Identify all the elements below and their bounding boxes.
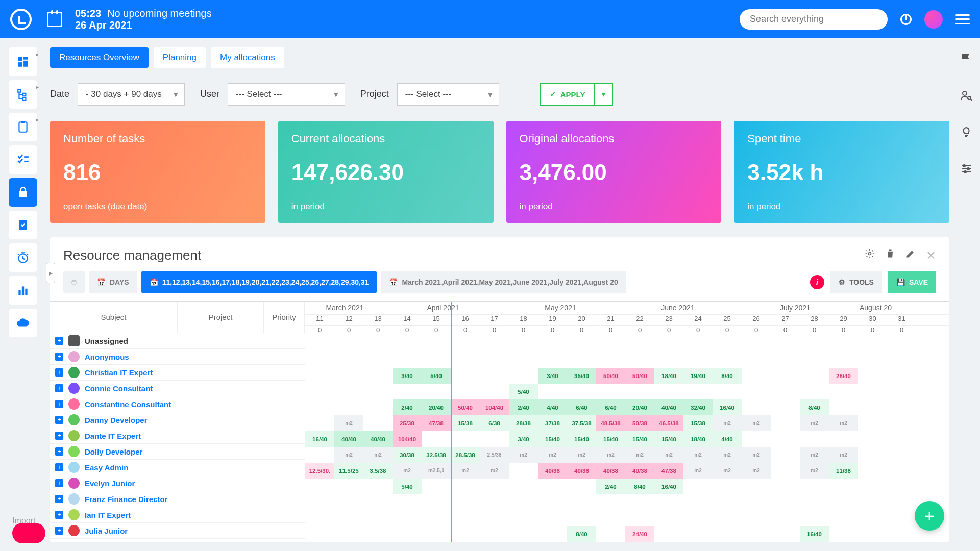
allocation-cell[interactable] <box>771 526 800 542</box>
allocation-cell[interactable] <box>887 447 916 463</box>
allocation-cell[interactable] <box>625 384 654 399</box>
allocation-cell[interactable] <box>363 368 393 384</box>
allocation-cell[interactable] <box>422 510 451 526</box>
allocation-cell[interactable] <box>509 510 538 526</box>
allocation-cell[interactable] <box>771 431 800 447</box>
allocation-cell[interactable] <box>887 479 916 494</box>
allocation-cell[interactable] <box>422 526 451 542</box>
allocation-cell[interactable]: 28/38 <box>509 415 538 431</box>
allocation-cell[interactable]: m2 <box>654 447 683 463</box>
allocation-cell[interactable] <box>713 494 742 510</box>
allocation-cell[interactable] <box>713 479 742 494</box>
person-row[interactable]: +Christian IT Expert <box>50 365 305 381</box>
allocation-cell[interactable] <box>713 352 742 368</box>
allocation-cell[interactable] <box>800 510 829 526</box>
allocation-cell[interactable] <box>538 494 567 510</box>
allocation-cell[interactable]: 3/40 <box>538 368 567 384</box>
allocation-cell[interactable] <box>800 368 829 384</box>
allocation-cell[interactable] <box>451 479 480 494</box>
allocation-cell[interactable]: 15/40 <box>625 431 654 447</box>
allocation-cell[interactable] <box>451 510 480 526</box>
allocation-cell[interactable] <box>742 384 771 399</box>
allocation-cell[interactable] <box>509 463 538 479</box>
range-months-button[interactable]: 📅 March 2021,April 2021,May 2021,June 20… <box>381 271 626 293</box>
allocation-cell[interactable]: 35/40 <box>567 368 596 384</box>
allocation-cell[interactable] <box>683 384 713 399</box>
allocation-cell[interactable] <box>858 399 887 415</box>
allocation-cell[interactable] <box>654 510 683 526</box>
person-row[interactable]: +Easy Admin <box>50 460 305 475</box>
filter-project-select[interactable]: --- Select --- <box>397 83 499 106</box>
allocation-cell[interactable]: 19/40 <box>683 368 713 384</box>
trash-icon[interactable] <box>885 248 895 263</box>
allocation-cell[interactable]: 6/40 <box>596 399 625 415</box>
allocation-cell[interactable] <box>800 431 829 447</box>
allocation-cell[interactable] <box>858 510 887 526</box>
allocation-cell[interactable] <box>742 352 771 368</box>
allocation-cell[interactable]: 40/38 <box>567 463 596 479</box>
allocation-cell[interactable]: 37.5/38 <box>567 415 596 431</box>
allocation-cell[interactable] <box>887 463 916 479</box>
allocation-cell[interactable] <box>393 336 422 352</box>
allocation-cell[interactable] <box>771 447 800 463</box>
expand-icon[interactable]: + <box>55 337 63 345</box>
allocation-cell[interactable]: m2 <box>800 415 829 431</box>
allocation-cell[interactable] <box>363 415 393 431</box>
allocation-cell[interactable] <box>800 384 829 399</box>
allocation-cell[interactable]: 48.5/38 <box>596 415 625 431</box>
tab-planning[interactable]: Planning <box>154 47 206 68</box>
user-search-icon[interactable] <box>960 89 972 103</box>
allocation-cell[interactable] <box>567 384 596 399</box>
apply-button[interactable]: ✓ APPLY <box>540 83 595 106</box>
person-row[interactable]: +Ian IT Expert <box>50 507 305 523</box>
allocation-cell[interactable] <box>596 510 625 526</box>
allocation-cell[interactable] <box>567 352 596 368</box>
allocation-cell[interactable]: 50/40 <box>596 368 625 384</box>
allocation-cell[interactable] <box>683 336 713 352</box>
tools-button[interactable]: ⚙ TOOLS <box>830 271 882 293</box>
allocation-cell[interactable] <box>742 368 771 384</box>
allocation-cell[interactable] <box>771 384 800 399</box>
allocation-cell[interactable] <box>683 352 713 368</box>
allocation-cell[interactable]: 40/38 <box>625 463 654 479</box>
allocation-cell[interactable] <box>596 336 625 352</box>
expand-icon[interactable]: + <box>55 511 63 519</box>
allocation-cell[interactable] <box>829 510 858 526</box>
allocation-cell[interactable]: 11.5/25 <box>334 463 363 479</box>
allocation-cell[interactable] <box>538 384 567 399</box>
allocation-cell[interactable]: 4/40 <box>538 399 567 415</box>
person-row[interactable]: +Franz Finance Director <box>50 491 305 507</box>
person-row[interactable]: +Dante IT Expert <box>50 428 305 444</box>
allocation-cell[interactable] <box>654 352 683 368</box>
allocation-cell[interactable]: m2 <box>800 447 829 463</box>
allocation-cell[interactable] <box>771 494 800 510</box>
allocation-cell[interactable]: m2 <box>742 447 771 463</box>
allocation-cell[interactable]: 2.5/38 <box>480 447 509 463</box>
allocation-cell[interactable] <box>713 384 742 399</box>
allocation-cell[interactable] <box>742 431 771 447</box>
allocation-cell[interactable] <box>683 510 713 526</box>
allocation-cell[interactable] <box>509 494 538 510</box>
allocation-cell[interactable] <box>334 479 363 494</box>
sliders-icon[interactable] <box>960 163 972 177</box>
allocation-cell[interactable] <box>451 494 480 510</box>
allocation-cell[interactable] <box>654 336 683 352</box>
allocation-cell[interactable] <box>422 384 451 399</box>
allocation-cell[interactable]: 24/40 <box>625 526 654 542</box>
allocation-cell[interactable] <box>683 526 713 542</box>
allocation-cell[interactable] <box>480 510 509 526</box>
allocation-cell[interactable] <box>363 384 393 399</box>
expand-icon[interactable]: + <box>55 495 63 503</box>
save-button[interactable]: 💾 SAVE <box>888 271 936 293</box>
allocation-cell[interactable] <box>334 368 363 384</box>
allocation-cell[interactable]: 3/40 <box>393 368 422 384</box>
allocation-cell[interactable] <box>305 510 334 526</box>
allocation-cell[interactable]: m2 <box>480 463 509 479</box>
allocation-cell[interactable]: 18/40 <box>654 368 683 384</box>
tab-my-allocations[interactable]: My allocations <box>211 47 284 68</box>
allocation-cell[interactable] <box>567 494 596 510</box>
allocation-cell[interactable] <box>363 526 393 542</box>
allocation-cell[interactable]: m2 <box>334 447 363 463</box>
allocation-cell[interactable] <box>480 526 509 542</box>
allocation-cell[interactable]: 104/40 <box>393 431 422 447</box>
